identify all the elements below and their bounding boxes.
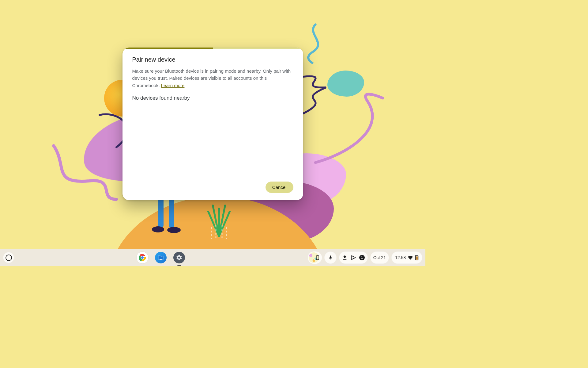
app-chrome[interactable] bbox=[137, 252, 148, 263]
dialog-description: Make sure your Bluetooth device is in pa… bbox=[132, 67, 293, 89]
wifi-icon bbox=[408, 255, 413, 260]
launcher-icon bbox=[6, 255, 12, 261]
date-label: Oct 21 bbox=[373, 255, 386, 260]
svg-rect-9 bbox=[416, 256, 418, 259]
phone-outline-icon bbox=[315, 255, 320, 260]
chrome-icon bbox=[138, 253, 147, 262]
devices-status: No devices found nearby bbox=[132, 95, 293, 101]
dialog-actions: Cancel bbox=[123, 182, 303, 200]
app-settings[interactable] bbox=[173, 252, 185, 263]
modal-scrim: Pair new device Make sure your Bluetooth… bbox=[0, 0, 425, 266]
launcher-button[interactable] bbox=[3, 252, 14, 263]
folder-icon bbox=[157, 254, 164, 261]
cloud-upload-icon bbox=[342, 255, 348, 260]
progress-bar bbox=[123, 48, 303, 49]
shelf: 1 Oct 21 12:58 bbox=[0, 249, 425, 266]
status-area[interactable]: 12:58 bbox=[391, 251, 422, 264]
pair-device-dialog: Pair new device Make sure your Bluetooth… bbox=[123, 48, 303, 200]
app-files[interactable] bbox=[155, 252, 167, 263]
svg-rect-8 bbox=[416, 255, 417, 255]
calendar-pill[interactable]: Oct 21 bbox=[370, 251, 389, 264]
microphone-icon bbox=[328, 255, 333, 260]
time-label: 12:58 bbox=[395, 255, 406, 260]
dictation-button[interactable] bbox=[324, 251, 337, 264]
cancel-button[interactable]: Cancel bbox=[266, 182, 293, 193]
gear-icon bbox=[176, 254, 183, 261]
notification-count-badge: 1 bbox=[359, 255, 365, 260]
notification-pill[interactable]: 1 bbox=[339, 251, 368, 264]
dialog-title: Pair new device bbox=[132, 56, 293, 63]
svg-rect-6 bbox=[316, 255, 319, 259]
dialog-description-text: Make sure your Bluetooth device is in pa… bbox=[132, 68, 291, 88]
learn-more-link[interactable]: Learn more bbox=[161, 83, 185, 88]
play-store-icon bbox=[351, 255, 356, 260]
battery-icon bbox=[415, 255, 419, 260]
holding-space-button[interactable] bbox=[308, 251, 322, 264]
shelf-apps bbox=[17, 252, 305, 263]
